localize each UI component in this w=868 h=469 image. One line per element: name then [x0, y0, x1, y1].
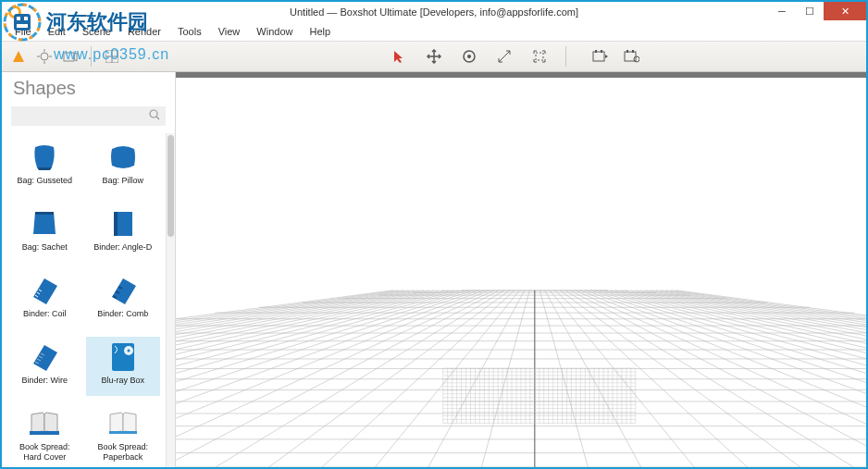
shape-label: Binder: Comb — [97, 309, 148, 327]
shapes-grid: Bag: GussetedBag: PillowBag: SachetBinde… — [2, 133, 166, 467]
close-button[interactable]: ✕ — [824, 2, 866, 20]
svg-line-97 — [428, 290, 525, 467]
shape-item[interactable]: Bag: Pillow — [86, 137, 161, 196]
svg-rect-22 — [593, 52, 604, 61]
shape-label: Book Spread: Paperback — [88, 442, 159, 462]
shape-item[interactable]: Binder: Comb — [86, 270, 161, 329]
shape-item[interactable]: Blu-ray Box — [86, 337, 161, 396]
svg-rect-21 — [536, 53, 543, 60]
toolbar — [2, 41, 866, 72]
svg-line-123 — [656, 290, 866, 467]
shape-icon — [27, 272, 62, 307]
svg-line-86 — [176, 290, 469, 467]
svg-line-107 — [575, 290, 866, 467]
svg-rect-26 — [626, 50, 628, 53]
svg-rect-27 — [632, 50, 634, 53]
window-controls: ─ ☐ ✕ — [768, 2, 866, 20]
shape-label: Book Spread: Hard Cover — [9, 442, 81, 462]
shape-item[interactable]: Binder: Wire — [7, 337, 82, 396]
svg-point-8 — [41, 53, 48, 60]
shape-item[interactable]: Bag: Sachet — [7, 204, 82, 263]
svg-point-7 — [11, 8, 19, 16]
render-settings-icon[interactable] — [622, 47, 640, 66]
svg-line-125 — [665, 290, 866, 467]
svg-line-108 — [580, 290, 866, 467]
menu-tools[interactable]: Tools — [170, 24, 209, 39]
menu-render[interactable]: Render — [120, 24, 168, 39]
menu-file[interactable]: File — [7, 24, 39, 39]
shape-label: Binder: Coil — [23, 309, 67, 327]
svg-line-71 — [176, 290, 393, 467]
svg-line-109 — [585, 290, 866, 467]
svg-rect-32 — [114, 212, 118, 236]
toolbar-camera-icon[interactable] — [61, 47, 80, 66]
svg-line-89 — [176, 290, 484, 467]
shape-label: Bag: Pillow — [102, 176, 143, 194]
scrollbar[interactable] — [166, 133, 175, 467]
svg-line-104 — [560, 290, 800, 467]
toolbar-separator-2 — [565, 46, 566, 67]
svg-rect-24 — [601, 50, 602, 53]
shape-label: Binder: Angle-D — [93, 242, 152, 261]
shape-icon — [105, 205, 141, 241]
svg-line-30 — [156, 117, 159, 119]
svg-point-20 — [467, 55, 471, 58]
shape-icon — [105, 405, 141, 440]
svg-line-85 — [176, 290, 465, 467]
minimize-button[interactable]: ─ — [768, 2, 796, 20]
svg-line-105 — [565, 290, 854, 467]
svg-line-74 — [176, 290, 409, 467]
shape-icon — [27, 405, 62, 440]
svg-line-94 — [269, 290, 510, 467]
menu-scene[interactable]: Scene — [75, 24, 118, 39]
shape-icon — [105, 272, 141, 307]
svg-line-75 — [176, 290, 414, 467]
viewport[interactable] — [176, 72, 866, 467]
svg-point-28 — [634, 56, 639, 62]
svg-rect-23 — [595, 50, 597, 53]
shape-label: Binder: Wire — [21, 376, 68, 394]
shapes-area: Bag: GussetedBag: PillowBag: SachetBinde… — [2, 133, 175, 467]
svg-line-110 — [590, 290, 866, 467]
shape-label: Bag: Gusseted — [17, 176, 72, 194]
search-input[interactable] — [17, 111, 160, 122]
svg-point-29 — [150, 110, 157, 117]
menu-window[interactable]: Window — [249, 24, 300, 39]
svg-rect-47 — [109, 431, 137, 434]
scale-tool-icon[interactable] — [495, 47, 514, 66]
render-icon[interactable] — [590, 47, 609, 66]
svg-line-76 — [176, 290, 418, 467]
move-tool-icon[interactable] — [425, 47, 443, 66]
svg-line-84 — [176, 290, 459, 467]
select-tool-icon[interactable] — [390, 47, 408, 66]
menu-help[interactable]: Help — [302, 24, 338, 39]
menu-edit[interactable]: Edit — [41, 24, 73, 39]
svg-line-122 — [651, 290, 866, 467]
svg-line-127 — [676, 290, 866, 467]
rotate-tool-icon[interactable] — [460, 47, 478, 66]
toolbar-grid-icon[interactable] — [103, 47, 121, 66]
shape-item[interactable]: Binder: Angle-D — [86, 204, 161, 263]
shape-item[interactable]: Book Spread: Paperback — [86, 403, 161, 463]
svg-line-90 — [176, 290, 490, 467]
shape-label: Blu-ray Box — [101, 376, 144, 394]
shape-item[interactable]: Book Spread: Hard Cover — [7, 403, 82, 463]
svg-rect-31 — [35, 212, 54, 215]
svg-line-101 — [545, 290, 641, 467]
fit-tool-icon[interactable] — [530, 47, 549, 66]
window-title: Untitled — Boxshot Ultimate [Developers,… — [290, 6, 578, 18]
search-icon — [149, 109, 160, 123]
menubar: File Edit Scene Render Tools View Window… — [2, 22, 866, 41]
svg-line-72 — [176, 290, 399, 467]
shape-item[interactable]: Bag: Gusseted — [7, 137, 82, 196]
scrollbar-thumb[interactable] — [167, 135, 174, 237]
menu-view[interactable]: View — [211, 24, 248, 39]
toolbar-shape-icon[interactable] — [9, 47, 28, 66]
svg-rect-46 — [30, 431, 59, 435]
shape-item[interactable]: Binder: Coil — [7, 270, 82, 329]
toolbar-light-icon[interactable] — [35, 47, 54, 66]
shape-label: Bag: Sachet — [22, 242, 68, 261]
shape-icon — [105, 339, 141, 374]
maximize-button[interactable]: ☐ — [796, 2, 824, 20]
svg-point-45 — [127, 350, 130, 352]
